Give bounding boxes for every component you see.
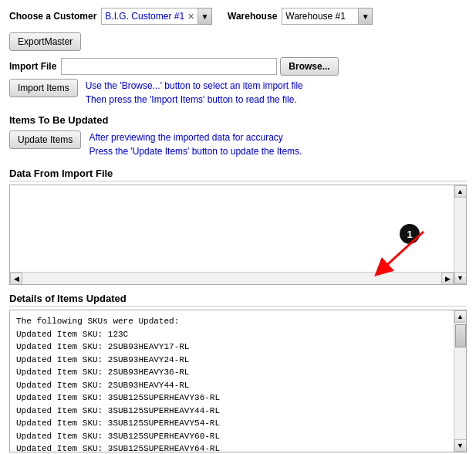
browse-button[interactable]: Browse... bbox=[280, 57, 338, 76]
items-to-be-updated-title: Items To Be Updated bbox=[9, 114, 467, 126]
details-scrollbar-v[interactable]: ▲ ▼ bbox=[454, 310, 466, 452]
export-master-button[interactable]: ExportMaster bbox=[9, 32, 81, 51]
import-items-button[interactable]: Import Items bbox=[9, 79, 78, 97]
details-scroll-track bbox=[455, 347, 466, 439]
import-file-input[interactable] bbox=[61, 58, 277, 75]
warehouse-select[interactable]: Warehouse #1 bbox=[282, 8, 359, 25]
warehouse-label: Warehouse bbox=[228, 11, 277, 22]
scroll-down-arrow[interactable]: ▼ bbox=[454, 272, 467, 284]
warehouse-value: Warehouse #1 bbox=[285, 11, 346, 22]
scroll-track-v bbox=[455, 198, 466, 272]
customer-value: B.I.G. Customer #1 bbox=[105, 11, 184, 22]
details-scroll-down-arrow[interactable]: ▼ bbox=[454, 439, 467, 452]
update-hint: After previewing the imported data for a… bbox=[89, 130, 302, 158]
details-title: Details of Items Updated bbox=[9, 293, 467, 307]
customer-select[interactable]: B.I.G. Customer #1 ✕ bbox=[101, 8, 198, 25]
import-hint: Use the 'Browse...' button to select an … bbox=[86, 79, 303, 107]
svg-line-1 bbox=[381, 232, 424, 270]
customer-dropdown-btn[interactable]: ▼ bbox=[198, 8, 212, 25]
data-from-import-title: Data From Import File bbox=[9, 168, 467, 181]
data-import-scrollbar-v[interactable]: ▲ ▼ bbox=[454, 185, 466, 284]
red-arrow-icon bbox=[370, 228, 447, 278]
details-box: The following SKUs were Updated: Updated… bbox=[9, 310, 467, 452]
choose-customer-label: Choose a Customer bbox=[9, 11, 96, 22]
update-items-button[interactable]: Update Items bbox=[9, 130, 81, 149]
import-file-label: Import File bbox=[9, 61, 56, 72]
details-content: The following SKUs were Updated: Updated… bbox=[10, 310, 466, 452]
details-scroll-up-arrow[interactable]: ▲ bbox=[454, 310, 467, 323]
data-from-import-box: 1 ▲ ▼ ◀ ▶ bbox=[9, 185, 467, 285]
scroll-left-arrow[interactable]: ◀ bbox=[10, 273, 22, 285]
details-scroll-thumb[interactable] bbox=[455, 324, 466, 347]
scroll-up-arrow[interactable]: ▲ bbox=[454, 185, 467, 198]
customer-clear-btn[interactable]: ✕ bbox=[187, 12, 194, 22]
warehouse-dropdown-btn[interactable]: ▼ bbox=[359, 8, 373, 25]
